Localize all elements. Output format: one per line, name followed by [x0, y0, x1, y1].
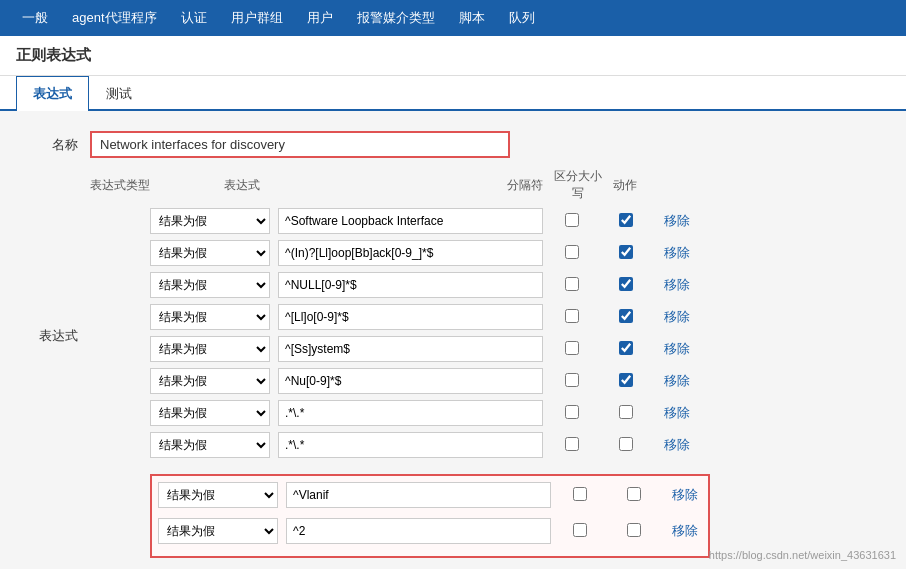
case-checkbox-2[interactable] — [619, 277, 633, 291]
top-nav: 一般 agent代理程序 认证 用户群组 用户 报警媒介类型 脚本 队列 — [0, 0, 906, 36]
delim-cell-3 — [547, 309, 597, 326]
delim-checkbox-3[interactable] — [565, 309, 579, 323]
expr-input-3[interactable] — [278, 304, 543, 330]
remove-btn-1[interactable]: 移除 — [659, 244, 694, 262]
tab-expressions[interactable]: 表达式 — [16, 76, 89, 111]
case-checkbox-5[interactable] — [619, 373, 633, 387]
expr-type-2[interactable]: 结果为假 — [150, 272, 270, 298]
delim-cell-2 — [547, 277, 597, 294]
delim-checkbox-0[interactable] — [565, 213, 579, 227]
expr-input-2[interactable] — [278, 272, 543, 298]
expr-row-1: 结果为假 移除 — [150, 240, 694, 266]
header-type: 表达式类型 — [90, 177, 220, 194]
remove-btn-8[interactable]: 移除 — [667, 486, 702, 504]
expr-row-9: 结果为假 移除 — [152, 516, 708, 546]
case-cell-7 — [601, 437, 651, 454]
remove-btn-6[interactable]: 移除 — [659, 404, 694, 422]
delim-checkbox-7[interactable] — [565, 437, 579, 451]
delim-checkbox-6[interactable] — [565, 405, 579, 419]
delim-cell-1 — [547, 245, 597, 262]
expr-type-3[interactable]: 结果为假 — [150, 304, 270, 330]
case-checkbox-4[interactable] — [619, 341, 633, 355]
delim-checkbox-5[interactable] — [565, 373, 579, 387]
case-cell-9 — [609, 523, 659, 540]
delim-checkbox-2[interactable] — [565, 277, 579, 291]
expr-row-8: 结果为假 移除 — [152, 480, 708, 510]
main-content: 名称 表达式类型 表达式 分隔符 区分大小写 动作 表达式 结果为假 — [0, 111, 906, 569]
delim-checkbox-4[interactable] — [565, 341, 579, 355]
nav-scripts[interactable]: 脚本 — [447, 1, 497, 35]
header-delimiter: 分隔符 — [500, 177, 550, 194]
case-checkbox-8[interactable] — [627, 487, 641, 501]
expr-rows-container: 结果为假 移除 结果为假 — [150, 208, 694, 464]
case-checkbox-6[interactable] — [619, 405, 633, 419]
expr-input-4[interactable] — [278, 336, 543, 362]
case-cell-6 — [601, 405, 651, 422]
expr-row-0: 结果为假 移除 — [150, 208, 694, 234]
nav-auth[interactable]: 认证 — [169, 1, 219, 35]
expr-input-6[interactable] — [278, 400, 543, 426]
delim-cell-8 — [555, 487, 605, 504]
expr-input-5[interactable] — [278, 368, 543, 394]
expr-row-6: 结果为假 移除 — [150, 400, 694, 426]
highlighted-expr-group: 结果为假 移除 结果为假 移除 — [150, 474, 710, 558]
nav-media[interactable]: 报警媒介类型 — [345, 1, 447, 35]
expr-type-7[interactable]: 结果为假 — [150, 432, 270, 458]
expr-input-8[interactable] — [286, 482, 551, 508]
expr-type-6[interactable]: 结果为假 — [150, 400, 270, 426]
nav-usergroup[interactable]: 用户群组 — [219, 1, 295, 35]
expressions-label: 表达式 — [30, 327, 90, 345]
case-checkbox-9[interactable] — [627, 523, 641, 537]
name-input[interactable] — [90, 131, 510, 158]
delim-cell-6 — [547, 405, 597, 422]
table-header: 表达式类型 表达式 分隔符 区分大小写 动作 — [90, 168, 876, 202]
nav-users[interactable]: 用户 — [295, 1, 345, 35]
expr-row-7: 结果为假 移除 — [150, 432, 694, 458]
page-title: 正则表达式 — [0, 36, 906, 76]
remove-btn-7[interactable]: 移除 — [659, 436, 694, 454]
expr-type-5[interactable]: 结果为假 — [150, 368, 270, 394]
remove-btn-4[interactable]: 移除 — [659, 340, 694, 358]
header-expression: 表达式 — [220, 177, 500, 194]
expr-input-1[interactable] — [278, 240, 543, 266]
case-checkbox-0[interactable] — [619, 213, 633, 227]
case-checkbox-7[interactable] — [619, 437, 633, 451]
tab-test[interactable]: 测试 — [89, 76, 149, 111]
delim-cell-4 — [547, 341, 597, 358]
expr-type-1[interactable]: 结果为假 — [150, 240, 270, 266]
case-cell-3 — [601, 309, 651, 326]
delim-cell-0 — [547, 213, 597, 230]
expr-input-9[interactable] — [286, 518, 551, 544]
case-checkbox-1[interactable] — [619, 245, 633, 259]
remove-btn-9[interactable]: 移除 — [667, 522, 702, 540]
expr-type-0[interactable]: 结果为假 — [150, 208, 270, 234]
expr-input-7[interactable] — [278, 432, 543, 458]
nav-general[interactable]: 一般 — [10, 1, 60, 35]
header-case: 区分大小写 — [550, 168, 605, 202]
expr-type-8[interactable]: 结果为假 — [158, 482, 278, 508]
delim-cell-9 — [555, 523, 605, 540]
expr-type-4[interactable]: 结果为假 — [150, 336, 270, 362]
watermark: https://blog.csdn.net/weixin_43631631 — [709, 549, 896, 561]
delim-checkbox-1[interactable] — [565, 245, 579, 259]
case-checkbox-3[interactable] — [619, 309, 633, 323]
nav-queue[interactable]: 队列 — [497, 1, 547, 35]
case-cell-1 — [601, 245, 651, 262]
case-cell-0 — [601, 213, 651, 230]
tabs-bar: 表达式 测试 — [0, 76, 906, 111]
remove-btn-3[interactable]: 移除 — [659, 308, 694, 326]
remove-btn-0[interactable]: 移除 — [659, 212, 694, 230]
delim-cell-5 — [547, 373, 597, 390]
name-label: 名称 — [30, 136, 90, 154]
expr-row-5: 结果为假 移除 — [150, 368, 694, 394]
expr-type-9[interactable]: 结果为假 — [158, 518, 278, 544]
remove-btn-2[interactable]: 移除 — [659, 276, 694, 294]
expressions-section: 表达式 结果为假 移除 结果为假 — [30, 208, 876, 464]
delim-checkbox-9[interactable] — [573, 523, 587, 537]
nav-agent[interactable]: agent代理程序 — [60, 1, 169, 35]
delim-checkbox-8[interactable] — [573, 487, 587, 501]
delim-cell-7 — [547, 437, 597, 454]
remove-btn-5[interactable]: 移除 — [659, 372, 694, 390]
header-action: 动作 — [605, 177, 645, 194]
expr-input-0[interactable] — [278, 208, 543, 234]
